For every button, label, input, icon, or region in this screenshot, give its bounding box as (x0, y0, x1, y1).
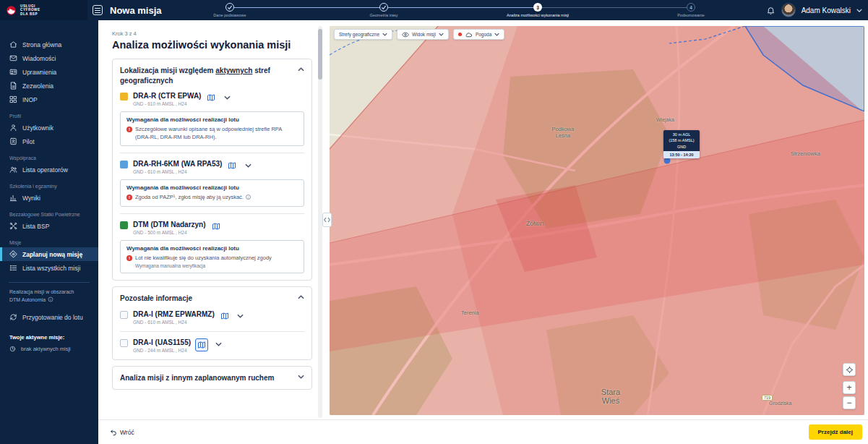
zone-meta: GND - 610 m AMSL , H24 (133, 101, 201, 106)
info-icon[interactable] (48, 296, 53, 305)
license-card-icon (9, 68, 17, 76)
card-active-zones-header[interactable]: Lokalizacja misji względem aktywnych str… (120, 66, 304, 85)
map-icon (212, 222, 220, 231)
map-label-place: Strzeniówka (791, 150, 820, 157)
zone-row-dra-r[interactable]: DRA-R (CTR EPWA) GND - 610 m AMSL , H24 (120, 92, 304, 106)
id-badge-icon (9, 137, 17, 145)
back-button[interactable]: Wróć (110, 429, 134, 436)
panel-resize-handle[interactable] (322, 213, 332, 227)
show-zone-on-map-button[interactable] (205, 92, 217, 103)
crosshair-icon (846, 366, 854, 374)
sidebar: Strona główna Wiadomości Uprawnienia Zez… (0, 20, 98, 444)
app-logo[interactable]: USŁUGI CYFROWE DLA BSP (0, 0, 87, 20)
card-other-info: Pozostałe informacje DRA-I (RMZ EPWARMZ)… (112, 286, 312, 360)
user-menu[interactable]: Adam Kowalski (802, 7, 851, 14)
sidebar-item-lista-wszystkich-misji[interactable]: Lista wszystkich misji (0, 261, 98, 275)
step-1-dane-podstawowe[interactable]: Dane podstawowe (183, 1, 277, 17)
zone-color-swatch (120, 161, 128, 168)
map-label-place: Grodziska (769, 401, 792, 406)
sidebar-item-przygotowanie-do-lotu[interactable]: Przygotowanie do lotu (0, 310, 98, 324)
zone-expand-button[interactable] (212, 338, 224, 350)
zone-name: DTM (DTM Nadarzyn) (133, 221, 206, 229)
zone-requirements-box: Wymagania dla możliwości realizacji lotu… (120, 240, 304, 274)
info-icon[interactable]: i (246, 195, 251, 200)
zone-color-swatch (120, 221, 128, 229)
list-icon (9, 264, 17, 272)
logo-text: USŁUGI CYFROWE DLA BSP (20, 4, 40, 16)
zone-row-dtm-nadarzyn[interactable]: DTM (DTM Nadarzyn) GND - 500 m AMSL , H2… (120, 221, 304, 235)
chevron-up-icon[interactable] (298, 67, 304, 72)
show-zone-on-map-button[interactable] (226, 160, 238, 171)
map-icon (220, 312, 229, 320)
chevron-down-icon (245, 163, 252, 168)
sidebar-item-uprawnienia[interactable]: Uprawnienia (0, 65, 98, 79)
locate-button[interactable] (843, 363, 856, 376)
show-zone-on-map-button[interactable] (210, 221, 222, 232)
zone-name: DRA-RH-6KM (WA RPA53) (133, 160, 222, 168)
active-missions-title: Twoje aktywne misje: (9, 334, 98, 341)
sidebar-item-lista-operatorow[interactable]: Lista operatorów (0, 163, 98, 176)
zone-row-dra-i-rmz[interactable]: DRA-I (RMZ EPWARMZ) GND - 610 m AMSL , H… (120, 310, 304, 325)
show-zone-on-map-button[interactable] (219, 310, 231, 322)
mission-view-dropdown[interactable]: Widok misji (397, 29, 449, 40)
step-4-podsumowanie[interactable]: 4 Podsumowanie (644, 1, 738, 17)
map-canvas[interactable]: Strefy geograficzne Widok misji Pogoda 3… (330, 26, 864, 415)
map-label-place: Terenia (461, 309, 479, 316)
user-icon (9, 124, 17, 132)
scrollbar-thumb[interactable] (318, 29, 322, 80)
card-other-info-header[interactable]: Pozostałe informacje (120, 294, 304, 304)
zone-row-dra-i-uas1155[interactable]: DRA-I (UAS1155) GND - 244 m AMSL , H24 (120, 338, 304, 353)
sidebar-item-strona-glowna[interactable]: Strona główna (0, 38, 98, 51)
map-icon (207, 93, 215, 102)
sidebar-item-zezwolenia[interactable]: Zezwolenia (0, 79, 98, 93)
divider (120, 213, 304, 214)
zone-expand-button[interactable] (221, 92, 233, 103)
zone-requirements-box: Wymagania dla możliwości realizacji lotu… (120, 179, 304, 207)
zone-requirements-box: Wymagania dla możliwości realizacji lotu… (120, 111, 304, 146)
chevron-down-icon[interactable] (298, 375, 304, 379)
avatar[interactable] (781, 3, 796, 17)
zoom-in-button[interactable]: + (843, 381, 856, 394)
sidebar-item-inop[interactable]: INOP (0, 93, 98, 106)
sidebar-item-zaplanuj-nowa-misje[interactable]: Zaplanuj nową misję (0, 247, 98, 261)
card-traffic-analysis-header[interactable]: Analiza misji z innym zaplanowanym ruche… (120, 373, 304, 383)
active-missions-empty: brak aktywnych misji (0, 343, 98, 354)
zoom-out-button[interactable]: − (843, 396, 856, 409)
eye-icon (402, 32, 409, 38)
weather-dropdown[interactable]: Pogoda (453, 29, 504, 40)
cloud-icon (465, 32, 473, 38)
zone-name: DRA-I (RMZ EPWARMZ) (133, 310, 215, 318)
aktywnych-link[interactable]: aktywnych (215, 67, 252, 74)
zone-row-dra-rh-6km[interactable]: DRA-RH-6KM (WA RPA53) GND - 610 m AMSL ,… (120, 160, 304, 174)
undo-icon (110, 429, 117, 436)
geo-zones-dropdown[interactable]: Strefy geograficzne (334, 29, 392, 40)
zone-color-swatch (120, 311, 128, 319)
mission-time-window: 13:50 - 14:20 (663, 151, 700, 158)
next-button[interactable]: Przejdź dalej (809, 424, 862, 440)
chevron-down-icon[interactable] (856, 9, 862, 12)
weather-alert-dot (458, 33, 462, 36)
card-traffic-analysis: Analiza misji z innym zaplanowanym ruche… (112, 366, 312, 390)
zone-color-swatch (120, 93, 128, 101)
show-zone-on-map-button-active[interactable] (195, 338, 208, 351)
sidebar-item-pilot[interactable]: Pilot (0, 135, 98, 148)
menu-toggle-button[interactable] (93, 5, 103, 15)
map-toolbar: Strefy geograficzne Widok misji Pogoda (334, 29, 504, 40)
sidebar-item-lista-bsp[interactable]: Lista BSP (0, 219, 98, 233)
chevron-up-icon[interactable] (298, 295, 304, 299)
sidebar-item-wiadomosci[interactable]: Wiadomości (0, 51, 98, 65)
mail-icon (9, 54, 17, 62)
zone-name: DRA-I (UAS1155) (133, 338, 191, 346)
sidebar-item-uzytkownik[interactable]: Użytkownik (0, 121, 98, 135)
zone-expand-button[interactable] (235, 310, 246, 322)
chevron-down-icon (382, 33, 387, 36)
step-2-geometria-trasy[interactable]: Geometria trasy (337, 1, 431, 17)
zone-meta: GND - 244 m AMSL , H24 (133, 348, 191, 353)
map-label-place: Wiejaka (656, 117, 674, 122)
zone-expand-button[interactable] (242, 160, 254, 171)
app-header: USŁUGI CYFROWE DLA BSP Nowa misja Dane p… (0, 0, 868, 20)
sidebar-item-wyniki[interactable]: Wyniki (0, 191, 98, 205)
check-icon (381, 4, 387, 10)
step-3-analiza[interactable]: 3 Analiza możliwości wykonania misji (491, 1, 585, 17)
notifications-bell-icon[interactable] (766, 6, 775, 15)
